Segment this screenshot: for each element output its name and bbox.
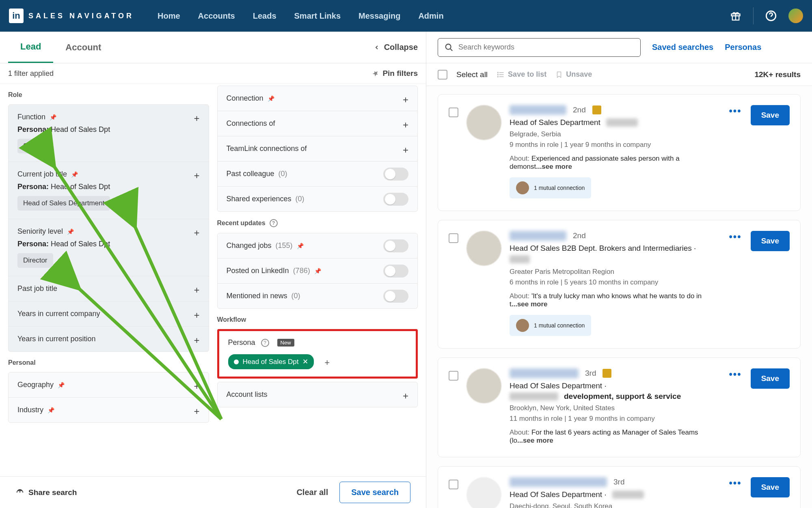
- personas-link[interactable]: Personas: [725, 43, 761, 52]
- save-to-list-button[interactable]: Save to list: [497, 70, 546, 79]
- plus-icon[interactable]: +: [194, 170, 199, 181]
- filter-connection[interactable]: Connection 📌 +: [218, 86, 418, 111]
- search-input[interactable]: [458, 43, 634, 52]
- chip-sales[interactable]: Sales: [17, 139, 46, 153]
- plus-icon[interactable]: +: [194, 381, 199, 392]
- clear-all-button[interactable]: Clear all: [296, 488, 328, 497]
- save-button[interactable]: Save: [751, 368, 790, 389]
- toggle-changed-jobs[interactable]: [383, 239, 408, 252]
- plus-icon[interactable]: +: [194, 227, 199, 239]
- share-search-button[interactable]: Share search: [15, 488, 77, 497]
- persona-chip[interactable]: Head of Sales Dpt ✕: [228, 354, 314, 369]
- result-name[interactable]: [510, 105, 566, 115]
- pin-filters-button[interactable]: Pin filters: [372, 69, 418, 78]
- company-name[interactable]: [612, 491, 644, 499]
- mutual-connections[interactable]: 1 mutual connection: [510, 315, 591, 336]
- plus-icon[interactable]: +: [403, 390, 408, 402]
- result-name[interactable]: [510, 368, 579, 378]
- result-name[interactable]: [510, 231, 566, 241]
- toggle-posted[interactable]: [383, 265, 408, 278]
- result-checkbox[interactable]: [449, 480, 458, 489]
- collapse-button[interactable]: Collapse: [374, 43, 418, 52]
- filter-function[interactable]: Function 📌 + Persona: Head of Sales Dpt …: [9, 105, 209, 162]
- result-checkbox[interactable]: [449, 233, 458, 243]
- result-avatar[interactable]: [466, 368, 501, 403]
- nav-admin[interactable]: Admin: [418, 11, 443, 21]
- company-name[interactable]: [510, 392, 558, 400]
- filter-teamlink[interactable]: TeamLink connections of +: [218, 136, 418, 161]
- plus-icon[interactable]: +: [194, 113, 199, 124]
- filter-seniority-label: Seniority level: [17, 227, 63, 236]
- nav-home[interactable]: Home: [158, 11, 180, 21]
- plus-icon[interactable]: +: [194, 284, 199, 296]
- filter-past-job-title[interactable]: Past job title +: [9, 276, 209, 301]
- help-icon[interactable]: [765, 10, 777, 22]
- help-icon[interactable]: ?: [270, 219, 278, 227]
- filter-posted-linkedin[interactable]: Posted on LinkedIn (786) 📌: [218, 258, 418, 284]
- toggle-mentioned[interactable]: [383, 290, 408, 303]
- filter-account-lists[interactable]: Account lists +: [218, 382, 418, 407]
- toggle-shared-experiences[interactable]: [383, 193, 408, 206]
- save-button[interactable]: Save: [751, 105, 790, 125]
- persona-filter-box[interactable]: Persona ? New Head of Sales Dpt ✕ +: [217, 329, 418, 379]
- remove-icon[interactable]: ✕: [302, 357, 308, 366]
- filter-years-company[interactable]: Years in current company +: [9, 301, 209, 327]
- filter-changed-jobs[interactable]: Changed jobs (155) 📌: [218, 233, 418, 258]
- help-icon[interactable]: ?: [261, 339, 269, 347]
- save-button[interactable]: Save: [751, 231, 790, 251]
- save-button[interactable]: Save: [751, 477, 790, 497]
- gift-icon[interactable]: [730, 10, 742, 22]
- tab-account[interactable]: Account: [53, 32, 113, 63]
- plus-icon[interactable]: +: [403, 119, 408, 131]
- unsave-button[interactable]: Unsave: [555, 70, 592, 79]
- result-checkbox[interactable]: [449, 108, 458, 117]
- mutual-connections[interactable]: 1 mutual connection: [510, 177, 591, 198]
- nav-messaging[interactable]: Messaging: [358, 11, 400, 21]
- nav-smart-links[interactable]: Smart Links: [294, 11, 341, 21]
- saved-searches-link[interactable]: Saved searches: [652, 43, 713, 52]
- plus-icon[interactable]: +: [403, 144, 408, 156]
- filter-seniority-level[interactable]: Seniority level 📌 + Persona: Head of Sal…: [9, 219, 209, 276]
- plus-icon[interactable]: +: [403, 94, 408, 105]
- save-search-button[interactable]: Save search: [339, 482, 410, 503]
- more-actions-icon[interactable]: •••: [729, 368, 741, 380]
- company-name[interactable]: [510, 255, 530, 263]
- more-actions-icon[interactable]: •••: [729, 231, 741, 242]
- result-checkbox[interactable]: [449, 371, 458, 381]
- filter-current-job-title[interactable]: Current job title 📌 + Persona: Head of S…: [9, 162, 209, 219]
- company-name[interactable]: [606, 118, 638, 127]
- add-persona-icon[interactable]: +: [324, 357, 330, 368]
- nav-leads[interactable]: Leads: [253, 11, 276, 21]
- save-to-list-label: Save to list: [508, 70, 546, 79]
- see-more-link[interactable]: ...see more: [517, 437, 553, 444]
- filter-mentioned-news[interactable]: Mentioned in news (0): [218, 284, 418, 308]
- search-input-wrapper[interactable]: [438, 38, 641, 57]
- chip-director[interactable]: Director: [17, 253, 53, 268]
- chip-head-of-sales-dept[interactable]: Head of Sales Department: [17, 196, 110, 211]
- tab-lead[interactable]: Lead: [8, 32, 53, 63]
- plus-icon[interactable]: +: [194, 406, 199, 417]
- filter-geography[interactable]: Geography 📌 +: [9, 372, 209, 398]
- nav-accounts[interactable]: Accounts: [198, 11, 235, 21]
- see-more-link[interactable]: ...see more: [536, 163, 572, 170]
- filter-connections-of[interactable]: Connections of +: [218, 111, 418, 136]
- see-more-link[interactable]: ...see more: [512, 300, 548, 308]
- more-actions-icon[interactable]: •••: [729, 105, 741, 116]
- filter-shared-experiences[interactable]: Shared experiences (0): [218, 187, 418, 211]
- result-avatar[interactable]: [466, 231, 501, 266]
- filter-years-position[interactable]: Years in current position +: [9, 327, 209, 351]
- filter-past-colleague[interactable]: Past colleague (0): [218, 161, 418, 187]
- new-badge: New: [277, 339, 294, 347]
- toggle-past-colleague[interactable]: [383, 168, 408, 181]
- result-name[interactable]: [510, 477, 607, 487]
- result-avatar[interactable]: [466, 477, 501, 508]
- more-actions-icon[interactable]: •••: [729, 477, 741, 489]
- result-avatar[interactable]: [466, 105, 501, 140]
- plus-icon[interactable]: +: [194, 335, 199, 346]
- plus-icon[interactable]: +: [194, 310, 199, 321]
- profile-avatar[interactable]: [788, 9, 803, 23]
- mutual-label: 1 mutual connection: [534, 185, 585, 191]
- pin-icon: 📌: [268, 95, 274, 102]
- select-all-checkbox[interactable]: [438, 70, 447, 80]
- filter-industry[interactable]: Industry 📌 +: [9, 398, 209, 422]
